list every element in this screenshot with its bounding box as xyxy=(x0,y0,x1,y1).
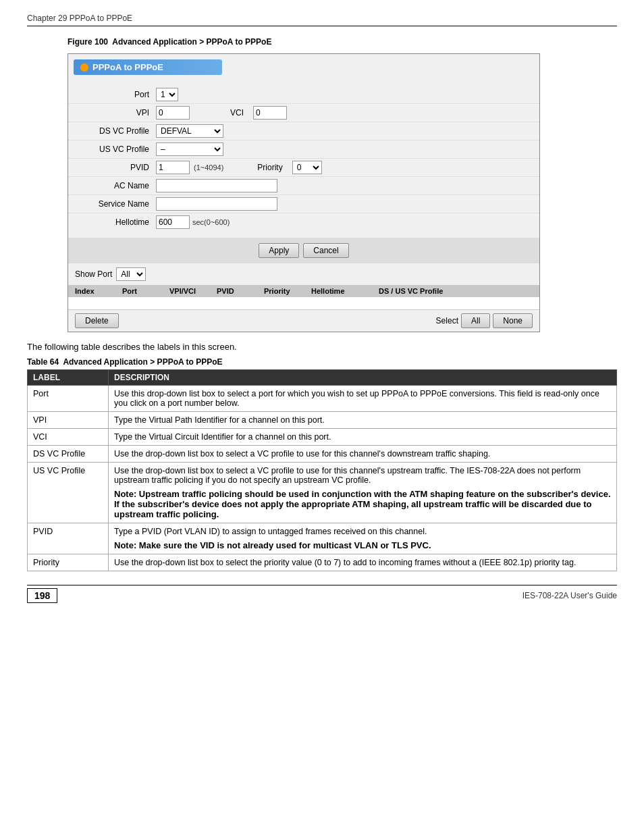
pvid-row: PVID (1~4094) Priority 0123 4567 xyxy=(68,159,539,177)
col-hellotime: Hellotime xyxy=(311,287,345,295)
list-table-header: Index Port VPI/VCI PVID Priority Helloti… xyxy=(68,285,539,297)
table-row-label: Priority xyxy=(28,554,109,571)
pvid-input[interactable] xyxy=(156,161,190,174)
us-vc-label: US VC Profile xyxy=(75,145,156,154)
table-row-description: Use the drop-down list box to select the… xyxy=(109,554,617,571)
port-row: Port 1 xyxy=(68,86,539,104)
port-label: Port xyxy=(75,90,156,99)
table-row-label: VPI xyxy=(28,412,109,429)
col-vpivci: VPI/VCI xyxy=(169,287,203,295)
service-name-label: Service Name xyxy=(75,199,156,209)
port-select[interactable]: 1 xyxy=(156,88,178,101)
page-number: 198 xyxy=(27,588,57,603)
priority-select[interactable]: 0123 4567 xyxy=(292,161,322,174)
cancel-button[interactable]: Cancel xyxy=(303,243,348,258)
none-button[interactable]: None xyxy=(493,313,533,328)
table-row-label: PVID xyxy=(28,523,109,554)
table-row-label: Port xyxy=(28,386,109,412)
vpi-input[interactable] xyxy=(156,106,190,120)
all-button[interactable]: All xyxy=(461,313,490,328)
delete-button[interactable]: Delete xyxy=(75,313,119,328)
bottom-button-row: Delete Select All None xyxy=(68,309,539,332)
table-body-empty xyxy=(68,297,539,309)
vpi-label: VPI xyxy=(75,108,156,118)
table-row-description: Use the drop-down list box to select a V… xyxy=(109,463,617,523)
table-row-description: Use the drop-down list box to select a V… xyxy=(109,446,617,463)
vci-label: VCI xyxy=(230,108,244,118)
footer: 198 IES-708-22A User's Guide xyxy=(27,585,617,603)
service-name-row: Service Name xyxy=(68,195,539,213)
table-row-description: Use this drop-down list box to select a … xyxy=(109,386,617,412)
ds-vc-select[interactable]: DEFVAL xyxy=(156,124,223,138)
show-port-select[interactable]: All xyxy=(116,267,146,281)
pvid-hint: (1~4094) xyxy=(194,163,223,172)
description-table: LABEL DESCRIPTION PortUse this drop-down… xyxy=(27,369,617,571)
col-header-description: DESCRIPTION xyxy=(109,370,617,386)
screenshot-container: PPPoA to PPPoE Port 1 VPI VCI DS VC Prof… xyxy=(68,53,540,332)
screen-title: PPPoA to PPPoE xyxy=(92,62,163,72)
hellotime-row: Hellotime sec(0~600) xyxy=(68,213,539,231)
table-row-description: Type the Virtual Circuit Identifier for … xyxy=(109,429,617,446)
table-row-description: Type the Virtual Path Identifier for a c… xyxy=(109,412,617,429)
ac-name-input[interactable] xyxy=(156,179,277,192)
show-port-label: Show Port xyxy=(75,269,112,279)
ac-name-row: AC Name xyxy=(68,177,539,195)
hellotime-label: Hellotime xyxy=(75,217,156,227)
screen-title-bar: PPPoA to PPPoE xyxy=(74,59,222,75)
table-row-label: US VC Profile xyxy=(28,463,109,523)
hellotime-hint: sec(0~600) xyxy=(192,218,230,226)
ac-name-label: AC Name xyxy=(75,181,156,190)
vci-input[interactable] xyxy=(253,106,287,120)
col-port: Port xyxy=(122,287,156,295)
col-header-label: LABEL xyxy=(28,370,109,386)
chapter-header: Chapter 29 PPPoA to PPPoE xyxy=(27,14,617,26)
show-port-row: Show Port All xyxy=(68,263,539,285)
figure-label: Figure 100 Advanced Application > PPPoA … xyxy=(68,37,271,47)
apply-button[interactable]: Apply xyxy=(259,243,299,258)
select-controls: Select All None xyxy=(436,313,533,328)
footer-guide-title: IES-708-22A User's Guide xyxy=(522,591,617,600)
form-area: Port 1 VPI VCI DS VC Profile DEFVAL US V… xyxy=(68,82,539,235)
col-pvid: PVID xyxy=(217,287,250,295)
priority-label: Priority xyxy=(257,163,282,172)
table-row-description: Type a PVID (Port VLAN ID) to assign to … xyxy=(109,523,617,554)
title-dot xyxy=(80,63,88,72)
select-label: Select xyxy=(436,316,458,325)
doc-intro: The following table describes the labels… xyxy=(27,342,617,352)
us-vc-select[interactable]: – xyxy=(156,142,223,156)
pvid-label: PVID xyxy=(75,163,156,172)
table-row-label: DS VC Profile xyxy=(28,446,109,463)
col-priority: Priority xyxy=(264,287,298,295)
table-title: Table 64 Advanced Application > PPPoA to… xyxy=(27,357,617,367)
ds-vc-label: DS VC Profile xyxy=(75,126,156,136)
table-row-label: VCI xyxy=(28,429,109,446)
vpi-row: VPI VCI xyxy=(68,104,539,122)
col-ds-us: DS / US VC Profile xyxy=(379,287,443,295)
ds-vc-row: DS VC Profile DEFVAL xyxy=(68,122,539,140)
form-button-row: Apply Cancel xyxy=(68,238,539,263)
service-name-input[interactable] xyxy=(156,197,277,211)
hellotime-input[interactable] xyxy=(156,215,190,229)
col-index: Index xyxy=(75,287,109,295)
us-vc-row: US VC Profile – xyxy=(68,140,539,159)
